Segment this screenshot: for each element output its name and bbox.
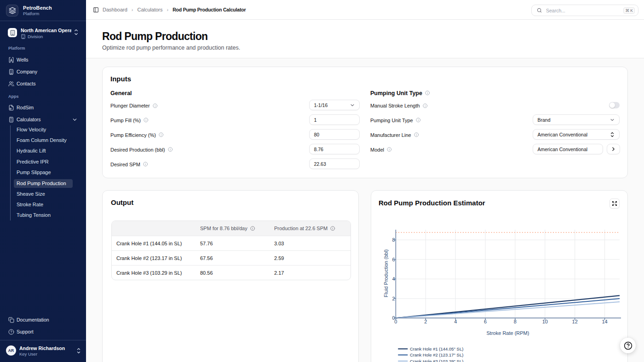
svg-text:2: 2 (424, 319, 427, 324)
svg-text:10: 10 (542, 319, 548, 324)
svg-text:8: 8 (392, 237, 395, 243)
svg-text:14: 14 (602, 319, 607, 324)
svg-text:4: 4 (454, 319, 457, 324)
svg-text:0: 0 (394, 319, 397, 324)
svg-text:Stroke Rate (RPM): Stroke Rate (RPM) (487, 330, 529, 336)
svg-text:Crank Hole #2 (123.17" SL): Crank Hole #2 (123.17" SL) (410, 352, 463, 357)
svg-text:6: 6 (484, 319, 487, 324)
svg-text:12: 12 (572, 319, 578, 324)
svg-text:6: 6 (392, 257, 395, 262)
svg-text:Crank Hole #3 (103.29" SL): Crank Hole #3 (103.29" SL) (410, 359, 463, 362)
svg-text:2: 2 (392, 296, 395, 301)
svg-text:4: 4 (392, 276, 395, 282)
svg-text:Crank Hole #1 (144.05" SL): Crank Hole #1 (144.05" SL) (410, 346, 463, 351)
svg-text:Fluid Production (bbl): Fluid Production (bbl) (383, 249, 389, 298)
svg-text:8: 8 (514, 319, 517, 324)
